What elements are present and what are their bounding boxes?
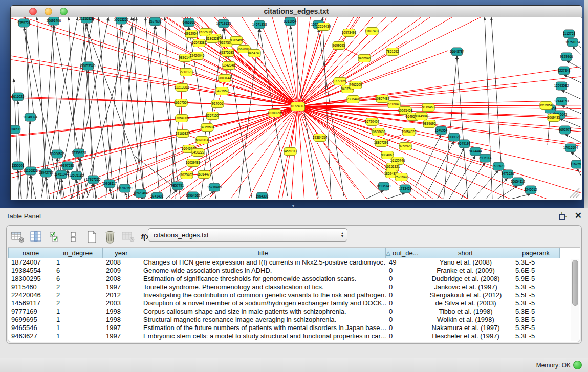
table-row[interactable]: 946554611997Estimation of the future num… — [8, 324, 580, 332]
graph-node[interactable]: 9777169 — [334, 78, 346, 85]
graph-node[interactable]: 9315468 — [230, 37, 243, 45]
graph-node[interactable]: 10964512 — [186, 192, 201, 199]
graph-node[interactable]: 10688609 — [371, 128, 386, 136]
graph-node[interactable]: 17957225 — [86, 176, 101, 184]
graph-node[interactable]: 10807487 — [375, 95, 390, 103]
graph-node[interactable]: 9227343 — [558, 67, 571, 75]
graph-node[interactable]: 2718170 — [180, 69, 193, 76]
graph-node[interactable]: 18724007 — [291, 102, 306, 111]
graph-node[interactable]: 10973493 — [342, 29, 357, 37]
graph-node[interactable]: 9355724 — [18, 19, 31, 27]
graph-node[interactable]: 16136141 — [377, 182, 391, 190]
graph-node[interactable]: 13505115 — [69, 171, 83, 180]
graph-node[interactable]: 8186328 — [206, 35, 219, 43]
graph-node[interactable]: 20206576 — [50, 150, 65, 158]
graph-node[interactable]: 10719135 — [216, 19, 231, 28]
graph-node[interactable]: 17016504 — [563, 144, 578, 152]
graph-node[interactable]: 9741402 — [151, 192, 164, 199]
graph-node[interactable]: 1527602 — [149, 17, 162, 26]
graph-node[interactable]: 6216040 — [388, 101, 401, 108]
column-header-name[interactable]: name — [8, 248, 53, 258]
graph-node[interactable]: 8813054 — [284, 17, 297, 26]
graph-node[interactable]: 11848324 — [23, 113, 37, 121]
graph-node[interactable]: 9329966 — [560, 53, 573, 61]
graph-node[interactable]: 10653267 — [114, 17, 129, 24]
graph-node[interactable]: 917006 — [211, 100, 224, 108]
table-row[interactable]: 969969511998Structural magnetic resonanc… — [8, 316, 580, 324]
graph-node[interactable]: 11607487 — [365, 28, 379, 35]
graph-node[interactable]: 19384554 — [313, 134, 328, 142]
graph-node[interactable]: 5878314 — [196, 137, 209, 144]
graph-node[interactable]: 1964302 — [256, 192, 269, 199]
graph-node[interactable]: 14671358 — [252, 20, 267, 29]
graph-node[interactable]: 6466160 — [183, 18, 195, 27]
graph-node[interactable]: 9679197 — [458, 140, 471, 148]
graph-node[interactable]: 16720407 — [365, 118, 380, 126]
network-canvas[interactable]: 9355724206914062115682910653267152760264… — [11, 17, 581, 199]
graph-node[interactable]: 11156829 — [24, 167, 38, 175]
graph-node[interactable]: 16914479 — [197, 171, 212, 179]
graph-node[interactable]: 17359928 — [72, 149, 86, 157]
graph-node[interactable]: 2935114 — [479, 154, 492, 162]
graph-node[interactable]: 9338923 — [448, 133, 461, 141]
float-panel-icon[interactable] — [559, 212, 568, 219]
graph-node[interactable]: 14569117 — [283, 148, 297, 156]
graph-node[interactable]: 16039489 — [186, 159, 201, 167]
graph-node[interactable]: 8267150 — [206, 112, 219, 120]
table-row[interactable]: 1456911722003Disruption of a novel membe… — [8, 299, 580, 308]
graph-node[interactable]: 22420046 — [190, 52, 205, 60]
column-checkboxes-icon[interactable] — [48, 230, 61, 244]
graph-node[interactable]: 15751074 — [565, 38, 580, 47]
graph-node[interactable]: 9844984 — [415, 113, 428, 120]
graph-node[interactable]: 12093582 — [554, 82, 569, 90]
table-selector-combobox[interactable]: citations_edges.txt ▲▼ — [148, 228, 347, 242]
graph-node[interactable]: 9465546 — [358, 55, 371, 62]
table-row[interactable]: 2242004622012Investigating the contribut… — [8, 291, 580, 299]
graph-node[interactable]: 12444153 — [554, 97, 569, 105]
graph-node[interactable]: 16151321 — [385, 163, 400, 171]
graph-node[interactable]: 2522547 — [395, 173, 408, 181]
table-row[interactable]: 946362711997Embryonic stem cells: a mode… — [8, 332, 580, 340]
graph-node[interactable]: 15716485 — [207, 183, 222, 191]
table-row[interactable]: 977716911998Corpus callosum shape and si… — [8, 308, 580, 316]
column-header-year[interactable]: year — [103, 248, 140, 258]
graph-node[interactable]: 7851592 — [386, 48, 399, 56]
graph-node[interactable]: 10654112 — [511, 178, 525, 186]
graph-node[interactable]: 20053346 — [81, 62, 96, 70]
graph-node[interactable]: 16107554 — [174, 99, 189, 107]
graph-node[interactable]: 2336441 — [347, 96, 360, 103]
graph-node[interactable]: 9899695 — [423, 120, 436, 128]
graph-node[interactable]: 1184531 — [11, 125, 21, 134]
graph-node[interactable]: 9397588 — [61, 162, 74, 170]
graph-node[interactable]: 9498222 — [192, 149, 205, 157]
graph-node[interactable]: 8912954 — [185, 30, 198, 38]
graph-node[interactable]: 9115460 — [422, 104, 435, 112]
table-row[interactable]: 1872400712008Changes of HCN gene express… — [8, 258, 580, 267]
graph-node[interactable]: 13942737 — [39, 169, 54, 177]
graph-node[interactable]: 1069435 — [548, 114, 560, 122]
graph-node[interactable]: 19166827 — [176, 130, 190, 138]
column-header-title[interactable]: title — [140, 248, 386, 258]
table-column-icon[interactable] — [29, 230, 43, 244]
new-document-icon[interactable] — [84, 230, 98, 244]
graph-node[interactable]: 8454749 — [248, 50, 261, 57]
graph-node[interactable]: 7625402 — [181, 171, 193, 179]
graph-node[interactable]: 16782759 — [118, 184, 133, 192]
column-header-pagerank[interactable]: pagerank — [512, 248, 560, 258]
graph-node[interactable]: 9242848 — [223, 62, 235, 70]
graph-node[interactable]: 20691406 — [47, 17, 61, 25]
table-row[interactable]: 911546021997Tourette syndrome. Phenomeno… — [8, 283, 580, 291]
graph-node[interactable]: 9375685 — [222, 49, 234, 57]
graph-node[interactable]: 1640954 — [435, 126, 448, 135]
graph-node[interactable]: 18300295 — [268, 110, 282, 117]
column-header-indegree[interactable]: in_degree — [53, 248, 103, 258]
table-row[interactable]: 1938455462009Genome-wide association stu… — [8, 267, 580, 275]
window-titlebar[interactable]: citations_edges.txt — [11, 6, 582, 18]
graph-node[interactable]: 9857791 — [171, 182, 184, 190]
graph-node[interactable]: 21156829 — [79, 17, 94, 23]
graph-node[interactable]: 16543382 — [192, 39, 207, 47]
graph-node[interactable]: 2616022 — [12, 93, 25, 101]
close-panel-icon[interactable]: ✕ — [575, 210, 582, 221]
graph-node[interactable]: 1167553 — [571, 160, 581, 168]
graph-node[interactable]: 17654905 — [175, 115, 189, 122]
